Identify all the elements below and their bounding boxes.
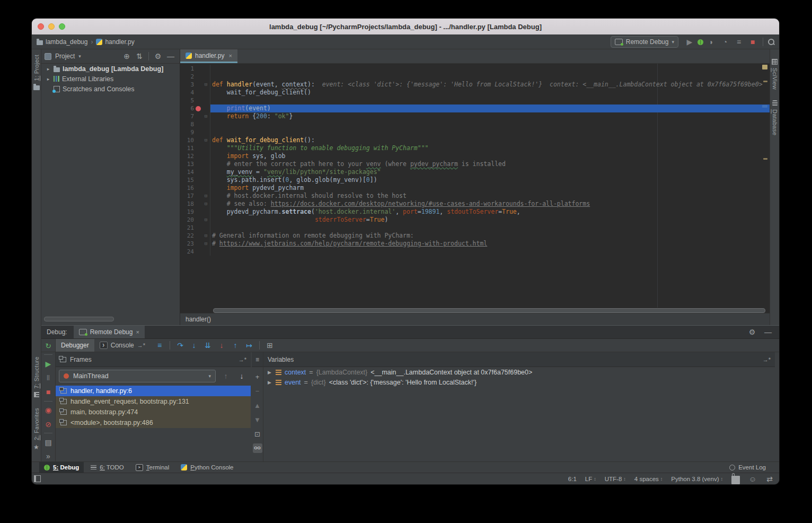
breakpoint-slot[interactable] xyxy=(194,65,202,73)
stack-frame-row[interactable]: handle_event_request, bootstrap.py:131 xyxy=(56,396,251,407)
encoding[interactable]: UTF-8↕ xyxy=(605,476,626,482)
breakpoint-slot[interactable] xyxy=(194,104,202,112)
pin-tab-icon[interactable]: →* xyxy=(239,356,246,363)
force-step-into-button[interactable]: ↓ xyxy=(216,339,227,351)
code-line[interactable]: 2 xyxy=(180,73,770,81)
code-text[interactable]: # https://www.jetbrains.com/help/pycharm… xyxy=(210,240,770,248)
code-line[interactable]: 20⊟ stderrToServer=True) xyxy=(180,216,770,224)
fold-icon[interactable]: ⊟ xyxy=(202,136,209,144)
fold-icon[interactable]: ⊟ xyxy=(202,240,209,248)
breadcrumb-function[interactable]: handler() xyxy=(186,316,211,323)
code-text[interactable]: def wait_for_debug_client(): xyxy=(210,136,770,144)
project-tree-item[interactable]: ▸lambda_debug [Lambda Debug] xyxy=(41,64,180,74)
code-area[interactable]: 123⊟def handler(event, context): event: … xyxy=(180,64,770,308)
next-frame-button[interactable]: ↓ xyxy=(236,370,248,382)
project-panel-title[interactable]: Project xyxy=(55,53,75,60)
code-text[interactable]: # host.docker.internal should resolve to… xyxy=(210,192,770,200)
breadcrumb-item[interactable]: lambda_debug xyxy=(37,38,87,46)
fold-marker-slot[interactable] xyxy=(202,168,209,176)
code-line[interactable]: 8 xyxy=(180,120,770,128)
interpreter[interactable]: Python 3.8 (venv)↕ xyxy=(671,476,723,482)
code-text[interactable]: wait_for_debug_client() xyxy=(210,89,770,97)
mute-breakpoints-button[interactable]: ⊘ xyxy=(43,419,54,429)
expand-arrow-icon[interactable]: ▸ xyxy=(46,76,51,82)
breakpoint-slot[interactable] xyxy=(194,192,202,200)
code-line[interactable]: 16 import pydevd_pycharm xyxy=(180,184,770,192)
editor-tab-handler[interactable]: handler.py × xyxy=(180,49,237,63)
code-text[interactable]: # see also: https://docs.docker.com/desk… xyxy=(210,200,770,208)
horizontal-scrollbar[interactable] xyxy=(180,308,770,313)
close-window-button[interactable] xyxy=(38,23,44,30)
tab-console[interactable]: ❯ Console →* xyxy=(94,339,151,352)
code-text[interactable]: stderrToServer=True) xyxy=(210,216,770,224)
code-line[interactable]: 10⊟def wait_for_debug_client(): xyxy=(180,136,770,144)
duplicate-watch-button[interactable]: ⊡ xyxy=(253,429,262,439)
remove-watch-button[interactable]: − xyxy=(253,386,262,396)
tool-window-button-terminal[interactable]: >Terminal xyxy=(131,462,174,473)
breakpoint-slot[interactable] xyxy=(194,224,202,232)
code-text[interactable]: return {200: "ok"} xyxy=(210,112,770,120)
pin-tab-icon[interactable]: →* xyxy=(137,342,145,348)
project-tree-item[interactable]: ▸External Libraries xyxy=(41,74,180,84)
code-text[interactable] xyxy=(210,65,770,73)
step-into-button[interactable]: ↓ xyxy=(188,339,200,351)
breakpoint-slot[interactable] xyxy=(194,144,202,152)
breakpoint-slot[interactable] xyxy=(194,160,202,168)
code-line[interactable]: 22⊟# General information on remote debug… xyxy=(180,232,770,240)
rerun-button[interactable]: ↻ xyxy=(43,341,54,351)
code-line[interactable]: 19 pydevd_pycharm.settrace('host.docker.… xyxy=(180,208,770,216)
line-separator[interactable]: LF↕ xyxy=(585,476,596,482)
fold-marker-slot[interactable] xyxy=(202,65,209,73)
fold-marker-slot[interactable] xyxy=(202,176,209,184)
code-text[interactable]: # enter the correct path here to your ve… xyxy=(210,160,770,168)
thread-select[interactable]: MainThread ▾ xyxy=(59,370,216,382)
variable-row[interactable]: ▶context={LambdaContext}<__main__.Lambda… xyxy=(263,367,775,377)
show-watches-button[interactable]: OO xyxy=(253,443,262,453)
hide-panel-button[interactable]: — xyxy=(762,326,774,338)
stop-button[interactable]: ■ xyxy=(747,36,758,48)
code-text[interactable]: my_venv = "venv/lib/python*/site-package… xyxy=(210,168,770,176)
indent-style[interactable]: 4 spaces↕ xyxy=(634,476,663,482)
fold-marker-slot[interactable] xyxy=(202,104,209,112)
fold-icon[interactable]: ⊟ xyxy=(202,81,209,89)
pause-button[interactable]: Ⅱ xyxy=(43,373,54,383)
run-button[interactable]: ▶ xyxy=(684,36,695,48)
tool-window-stripe-button[interactable]: 2: Favorites★ xyxy=(33,408,40,451)
step-into-my-code-button[interactable]: ⇊ xyxy=(202,339,214,351)
fold-marker-slot[interactable] xyxy=(202,184,209,192)
horizontal-scrollbar[interactable] xyxy=(44,317,114,321)
pin-tab-icon[interactable]: →* xyxy=(763,356,771,363)
error-stripe-mark[interactable] xyxy=(762,105,767,108)
tab-debugger[interactable]: Debugger xyxy=(56,339,94,352)
stack-frame-row[interactable]: main, bootstrap.py:474 xyxy=(56,407,251,417)
code-line[interactable]: 9 xyxy=(180,128,770,136)
variable-row[interactable]: ▶event={dict}<class 'dict'>: {'message':… xyxy=(263,377,775,387)
zoom-window-button[interactable] xyxy=(59,23,65,30)
fold-marker-slot[interactable] xyxy=(202,224,209,232)
coverage-button[interactable]: ◗ xyxy=(705,36,717,48)
editor-breadcrumbs[interactable]: handler() xyxy=(180,313,770,325)
lock-icon[interactable] xyxy=(731,476,740,484)
code-line[interactable]: 18⊟ # see also: https://docs.docker.com/… xyxy=(180,200,770,208)
debug-session-tab[interactable]: Remote Debug × xyxy=(74,326,145,338)
tool-window-button----debug[interactable]: 5: Debug xyxy=(39,462,84,473)
add-watch-button[interactable]: + xyxy=(253,372,262,381)
breakpoint-icon[interactable] xyxy=(196,106,201,111)
tool-window-stripe-button[interactable]: 7: Structure xyxy=(33,356,40,397)
code-line[interactable]: 4 wait_for_debug_client() xyxy=(180,89,770,97)
evaluate-expression-button[interactable]: ⊞ xyxy=(264,339,276,351)
chevron-down-icon[interactable]: ▾ xyxy=(78,54,81,59)
move-watch-down-button[interactable]: ▼ xyxy=(253,415,262,424)
error-stripe-mark[interactable] xyxy=(763,158,767,160)
fold-icon[interactable]: ⊟ xyxy=(202,216,209,224)
event-log-button[interactable]: Event Log xyxy=(725,462,771,473)
stack-frame-row[interactable]: handler, handler.py:6 xyxy=(56,386,251,396)
panel-menu-icon[interactable]: ≡ xyxy=(252,352,263,367)
run-configuration-select[interactable]: Remote Debug ▾ xyxy=(611,36,678,48)
code-text[interactable] xyxy=(210,73,770,81)
breakpoint-slot[interactable] xyxy=(194,216,202,224)
code-text[interactable]: # General information on remote debuggin… xyxy=(210,232,770,240)
fold-marker-slot[interactable] xyxy=(202,248,209,256)
fold-marker-slot[interactable] xyxy=(202,160,209,168)
locate-file-button[interactable]: ⊕ xyxy=(121,50,133,62)
